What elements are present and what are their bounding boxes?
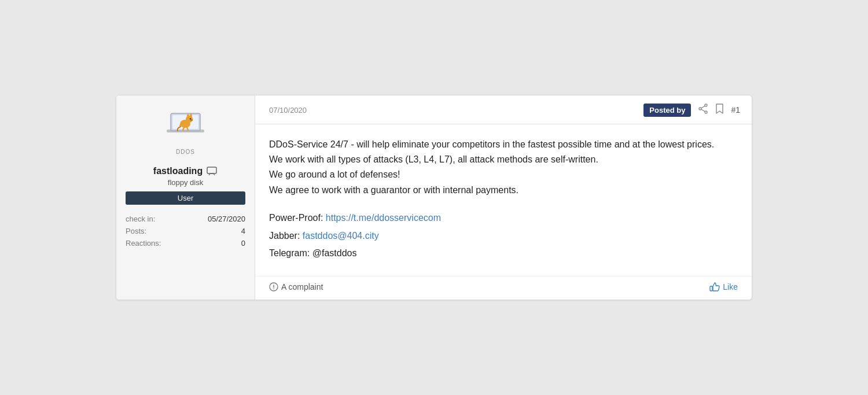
svg-point-19 — [273, 289, 274, 290]
reactions-label: Reactions: — [126, 239, 161, 248]
post-line-2: We work with all types of attacks (L3, L… — [269, 152, 738, 167]
complaint-icon — [269, 282, 278, 291]
post-footer: A complaint Like — [255, 276, 752, 300]
svg-line-17 — [701, 109, 705, 112]
like-icon — [709, 282, 720, 291]
message-icon[interactable] — [206, 165, 218, 177]
power-proof-link[interactable]: https://t.me/ddosservicecom — [326, 213, 441, 223]
svg-point-8 — [190, 119, 193, 121]
svg-rect-12 — [207, 167, 216, 173]
username-row: fastloading — [153, 165, 218, 177]
contact-section: Power-Proof: https://t.me/ddosservicecom… — [269, 209, 738, 262]
posts-label: Posts: — [126, 227, 146, 235]
posted-by-button[interactable]: Posted by — [643, 104, 691, 117]
user-sidebar: DDOS fastloading floppy disk User check … — [116, 95, 255, 300]
post-header: 07/10/2020 Posted by — [255, 95, 752, 124]
like-button[interactable]: Like — [709, 282, 738, 291]
complaint-label: A complaint — [281, 282, 323, 291]
telegram-text: Telegram: @fastddos — [269, 248, 356, 258]
post-card: DDOS fastloading floppy disk User check … — [116, 95, 752, 301]
stat-posts: Posts: 4 — [126, 225, 245, 237]
user-title: floppy disk — [168, 178, 203, 187]
power-proof-label: Power-Proof: — [269, 213, 326, 223]
svg-line-16 — [701, 106, 705, 108]
share-icon[interactable] — [698, 104, 708, 116]
power-proof-line: Power-Proof: https://t.me/ddosservicecom — [269, 209, 738, 227]
check-in-value: 05/27/2020 — [208, 215, 245, 223]
bookmark-icon[interactable] — [715, 104, 724, 116]
svg-point-13 — [705, 104, 707, 106]
post-line-4: We agree to work with a guarantor or wit… — [269, 183, 738, 198]
avatar — [163, 107, 209, 146]
check-in-label: check in: — [126, 215, 155, 223]
username: fastloading — [153, 166, 203, 176]
reactions-value: 0 — [241, 239, 245, 248]
telegram-line: Telegram: @fastddos — [269, 245, 738, 262]
stat-check-in: check in: 05/27/2020 — [126, 213, 245, 225]
avatar-label: DDOS — [176, 149, 195, 155]
jabber-label: Jabber: — [269, 231, 303, 241]
post-main-text: DDoS-Service 24/7 - will help eliminate … — [269, 137, 738, 198]
post-body: DDoS-Service 24/7 - will help eliminate … — [255, 124, 752, 271]
svg-point-5 — [187, 114, 189, 118]
user-badge: User — [126, 191, 245, 205]
post-line-1: DDoS-Service 24/7 - will help eliminate … — [269, 137, 738, 152]
svg-point-6 — [190, 114, 192, 118]
post-header-right: Posted by #1 — [643, 104, 740, 117]
svg-point-14 — [705, 111, 707, 113]
svg-point-15 — [699, 108, 701, 110]
stat-reactions: Reactions: 0 — [126, 237, 245, 249]
avatar-area: DDOS — [163, 107, 209, 160]
post-date: 07/10/2020 — [269, 106, 307, 115]
svg-rect-20 — [710, 286, 712, 291]
posts-value: 4 — [241, 227, 245, 235]
post-content-area: 07/10/2020 Posted by — [255, 95, 752, 300]
complaint-button[interactable]: A complaint — [269, 282, 323, 291]
user-stats: check in: 05/27/2020 Posts: 4 Reactions:… — [126, 213, 245, 249]
like-label: Like — [723, 282, 738, 291]
post-number: #1 — [731, 105, 740, 115]
post-line-3: We go around a lot of defenses! — [269, 167, 738, 182]
jabber-line: Jabber: fastddos@404.city — [269, 227, 738, 245]
jabber-link[interactable]: fastddos@404.city — [303, 231, 379, 241]
